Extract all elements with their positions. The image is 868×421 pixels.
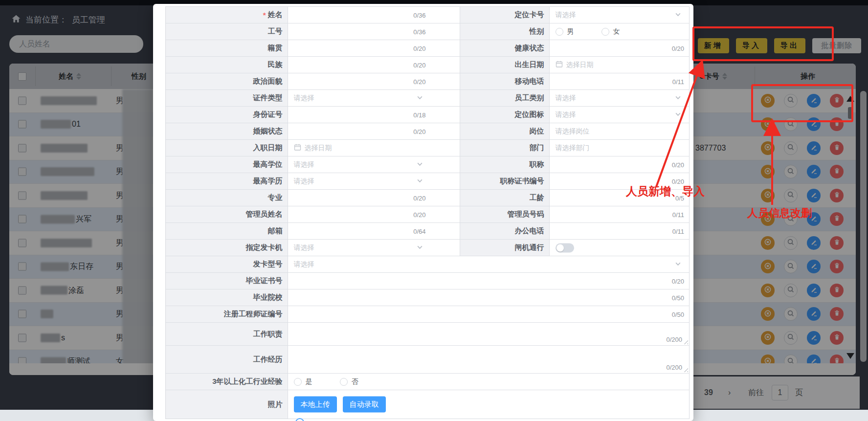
- input-zone[interactable]: 请选择岗位: [550, 123, 689, 139]
- input-zone[interactable]: 0/20: [550, 40, 689, 56]
- form-field[interactable]: 0/20: [288, 40, 460, 56]
- radio-label: 女: [613, 27, 620, 36]
- auto-capture-button[interactable]: 自动录取: [343, 397, 386, 413]
- input-zone[interactable]: 0/200: [288, 346, 689, 373]
- form-field[interactable]: 0/50: [288, 289, 689, 306]
- form-field[interactable]: 0/5: [550, 190, 689, 206]
- input-zone[interactable]: [550, 240, 689, 256]
- form-field[interactable]: 0/200: [288, 323, 689, 345]
- input-zone[interactable]: 0/11: [550, 206, 689, 222]
- form-field[interactable]: 0/20: [550, 173, 689, 189]
- radio-button[interactable]: [601, 28, 609, 36]
- form-field[interactable]: 0/64: [288, 223, 460, 239]
- form-field[interactable]: 0/20: [550, 156, 689, 173]
- input-zone[interactable]: 0/20: [288, 40, 431, 56]
- form-field[interactable]: 请选择: [288, 256, 689, 272]
- input-zone[interactable]: 0/11: [550, 223, 689, 239]
- form-field[interactable]: 请选择部门: [550, 140, 689, 156]
- form-field[interactable]: 男女: [550, 23, 689, 40]
- calendar-icon[interactable]: [294, 143, 301, 153]
- radio-button[interactable]: [556, 28, 563, 36]
- input-zone[interactable]: 0/20: [550, 173, 689, 189]
- form-label-text: 专业: [268, 193, 283, 202]
- form-field[interactable]: 0/20: [288, 206, 460, 222]
- form-field[interactable]: 0/20: [288, 73, 460, 89]
- form-field[interactable]: 请选择: [288, 156, 460, 173]
- form-field[interactable]: 0/18: [288, 107, 460, 123]
- form-field[interactable]: 请选择: [288, 240, 460, 256]
- form-field[interactable]: 0/11: [550, 206, 689, 222]
- chevron-down-icon[interactable]: [675, 260, 681, 269]
- toggle-switch[interactable]: [556, 243, 574, 252]
- form-field[interactable]: 请选择: [550, 107, 689, 123]
- input-zone[interactable]: 0/18: [288, 107, 431, 123]
- input-zone[interactable]: 0/50: [288, 289, 689, 306]
- form-field[interactable]: [550, 240, 689, 256]
- form-field[interactable]: 请选择: [288, 173, 460, 189]
- form-field[interactable]: 请选择: [288, 90, 460, 106]
- resize-handle[interactable]: [683, 367, 688, 372]
- radio-button[interactable]: [294, 378, 302, 386]
- input-zone[interactable]: 0/20: [288, 273, 689, 289]
- input-zone[interactable]: 0/20: [288, 206, 431, 222]
- form-field[interactable]: 请选择岗位: [550, 123, 689, 139]
- form-label: 政治面貌: [166, 73, 288, 89]
- input-zone[interactable]: 0/200: [288, 323, 689, 345]
- form-field[interactable]: 0/11: [550, 73, 689, 89]
- form-field[interactable]: 选择日期: [550, 57, 689, 73]
- form-field[interactable]: 0/20: [288, 273, 689, 289]
- input-zone[interactable]: 请选择: [288, 240, 431, 256]
- input-zone[interactable]: 0/36: [288, 7, 431, 23]
- form-field[interactable]: 0/36: [288, 7, 460, 23]
- form-field[interactable]: 0/20: [288, 190, 460, 206]
- form-field[interactable]: 0/20: [288, 123, 460, 139]
- local-upload-button[interactable]: 本地上传: [294, 397, 337, 413]
- input-zone[interactable]: 0/50: [288, 306, 689, 322]
- form-field[interactable]: 请选择: [550, 7, 689, 23]
- input-zone[interactable]: 0/36: [288, 23, 431, 40]
- input-zone[interactable]: 选择日期: [550, 57, 689, 73]
- chevron-down-icon[interactable]: [675, 11, 681, 20]
- input-zone[interactable]: 请选择: [288, 256, 689, 272]
- resize-handle[interactable]: [683, 339, 688, 344]
- input-zone[interactable]: 本地上传自动录取: [288, 390, 689, 419]
- form-field[interactable]: 请选择: [550, 90, 689, 106]
- form-field[interactable]: 0/11: [550, 223, 689, 239]
- input-zone[interactable]: 0/11: [550, 73, 689, 89]
- input-zone[interactable]: 请选择: [288, 156, 431, 173]
- form-field[interactable]: 0/36: [288, 23, 460, 40]
- chevron-down-icon[interactable]: [417, 177, 423, 186]
- input-zone[interactable]: 0/20: [288, 73, 431, 89]
- input-zone[interactable]: 请选择部门: [550, 140, 689, 156]
- form-field[interactable]: 本地上传自动录取: [288, 390, 689, 419]
- form-field[interactable]: 0/200: [288, 346, 689, 373]
- input-zone[interactable]: 请选择: [550, 107, 689, 123]
- form-field[interactable]: 是否: [288, 374, 689, 390]
- form-label: 照片: [166, 390, 288, 419]
- input-zone[interactable]: 0/20: [550, 156, 689, 173]
- input-zone[interactable]: 0/20: [288, 190, 431, 206]
- chevron-down-icon[interactable]: [675, 111, 681, 119]
- input-zone[interactable]: 0/20: [288, 123, 431, 139]
- input-zone[interactable]: 0/20: [288, 57, 431, 73]
- input-zone[interactable]: 0/5: [550, 190, 689, 206]
- calendar-icon[interactable]: [556, 60, 563, 69]
- char-counter: 0/11: [672, 211, 684, 218]
- form-field[interactable]: 0/20: [550, 40, 689, 56]
- chevron-down-icon[interactable]: [417, 244, 423, 252]
- radio-button[interactable]: [340, 378, 348, 386]
- input-zone[interactable]: 请选择: [550, 90, 689, 106]
- chevron-down-icon[interactable]: [675, 94, 681, 103]
- input-zone[interactable]: 请选择: [288, 90, 431, 106]
- form-field[interactable]: 0/20: [288, 57, 460, 73]
- chevron-down-icon[interactable]: [417, 160, 423, 169]
- input-zone[interactable]: 请选择: [288, 173, 431, 189]
- input-zone[interactable]: 选择日期: [288, 140, 431, 156]
- input-zone[interactable]: 男女: [550, 23, 689, 40]
- input-zone[interactable]: 0/64: [288, 223, 431, 239]
- chevron-down-icon[interactable]: [417, 94, 423, 103]
- input-zone[interactable]: 是否: [288, 374, 689, 390]
- form-field[interactable]: 选择日期: [288, 140, 460, 156]
- form-field[interactable]: 0/50: [288, 306, 689, 322]
- input-zone[interactable]: 请选择: [550, 7, 689, 23]
